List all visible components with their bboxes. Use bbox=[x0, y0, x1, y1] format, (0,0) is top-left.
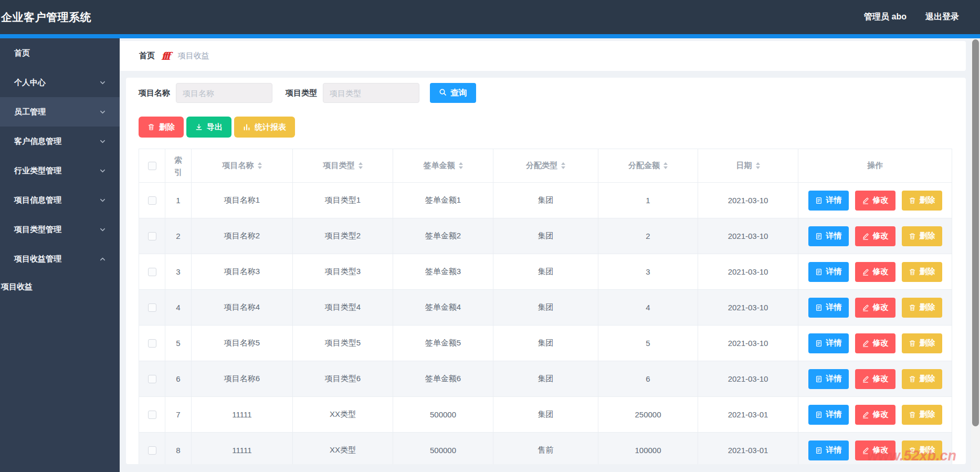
delete-row-button[interactable]: 删除 bbox=[902, 298, 942, 318]
row-actions-cell: 详情修改删除 bbox=[798, 397, 952, 433]
sidebar-item-5[interactable]: 行业类型管理 bbox=[0, 156, 120, 185]
row-actions-cell: 详情修改删除 bbox=[798, 183, 952, 218]
edit-button[interactable]: 修改 bbox=[855, 298, 895, 318]
sidebar-item-label: 项目类型管理 bbox=[14, 225, 61, 235]
row-checkbox-cell bbox=[139, 433, 165, 465]
breadcrumb-home-link[interactable]: 首页 bbox=[139, 51, 155, 61]
row-checkbox[interactable] bbox=[148, 411, 156, 419]
row-checkbox-cell bbox=[139, 254, 165, 290]
button-label: 修改 bbox=[873, 445, 889, 455]
cell-date: 2021-03-01 bbox=[698, 397, 798, 433]
delete-button[interactable]: 删除 bbox=[139, 117, 184, 138]
delete-row-button[interactable]: 删除 bbox=[902, 440, 942, 460]
column-header[interactable]: 签单金额 bbox=[393, 149, 493, 183]
row-checkbox[interactable] bbox=[148, 446, 156, 455]
sidebar-item-7[interactable]: 项目类型管理 bbox=[0, 215, 120, 244]
sort-caret-icon[interactable] bbox=[561, 162, 565, 169]
data-table: 索引项目名称项目类型签单金额分配类型分配金额日期操作 1项目名称1项目类型1签单… bbox=[139, 149, 952, 464]
search-button[interactable]: 查询 bbox=[430, 83, 476, 103]
row-checkbox[interactable] bbox=[148, 339, 156, 348]
cell-date: 2021-03-10 bbox=[698, 326, 798, 361]
cell-alloc_type: 集团 bbox=[493, 218, 598, 254]
sort-caret-icon[interactable] bbox=[663, 162, 668, 169]
scrollbar-thumb[interactable] bbox=[972, 39, 979, 426]
table-row: 4项目名称4项目类型4签单金额4集团42021-03-10详情修改删除 bbox=[139, 290, 952, 326]
column-header[interactable]: 日期 bbox=[698, 149, 798, 183]
delete-row-button[interactable]: 删除 bbox=[902, 262, 942, 282]
detail-button[interactable]: 详情 bbox=[808, 333, 849, 353]
cell-type: 项目类型3 bbox=[293, 254, 393, 290]
trash-icon bbox=[909, 375, 916, 383]
sort-caret-icon[interactable] bbox=[258, 162, 262, 169]
delete-row-button[interactable]: 删除 bbox=[902, 333, 942, 353]
column-header[interactable]: 分配类型 bbox=[493, 149, 598, 183]
sidebar-item-6[interactable]: 项目信息管理 bbox=[0, 185, 120, 215]
select-all-checkbox[interactable] bbox=[148, 162, 156, 170]
edit-button[interactable]: 修改 bbox=[855, 191, 895, 211]
cell-sign_amount: 签单金额6 bbox=[393, 361, 493, 397]
row-checkbox[interactable] bbox=[148, 375, 156, 383]
sidebar-item-label: 首页 bbox=[14, 48, 30, 58]
edit-button[interactable]: 修改 bbox=[855, 333, 895, 353]
top-right-menu: 管理员 abo 退出登录 bbox=[864, 12, 959, 23]
sidebar-subitem-project-income[interactable]: 项目收益 bbox=[0, 274, 120, 300]
top-bar: 企业客户管理系统 管理员 abo 退出登录 bbox=[0, 0, 980, 34]
delete-row-button[interactable]: 删除 bbox=[902, 369, 942, 389]
current-user[interactable]: 管理员 abo bbox=[864, 12, 907, 23]
cell-index: 6 bbox=[165, 361, 192, 397]
edit-button[interactable]: 修改 bbox=[855, 405, 895, 425]
sort-caret-icon[interactable] bbox=[459, 162, 463, 169]
sidebar-item-3[interactable]: 员工管理 bbox=[0, 97, 120, 127]
project-type-input[interactable] bbox=[323, 83, 419, 103]
chevron-down-icon bbox=[99, 167, 106, 174]
detail-button[interactable]: 详情 bbox=[808, 298, 849, 318]
detail-button[interactable]: 详情 bbox=[808, 440, 849, 460]
column-header-label: 项目类型 bbox=[323, 161, 355, 171]
row-checkbox[interactable] bbox=[148, 232, 156, 240]
column-header[interactable]: 项目名称 bbox=[192, 149, 293, 183]
cell-name: 项目名称4 bbox=[192, 290, 293, 326]
column-header[interactable]: 分配金额 bbox=[598, 149, 698, 183]
delete-row-button[interactable]: 删除 bbox=[902, 191, 942, 211]
cell-date: 2021-03-10 bbox=[698, 290, 798, 326]
edit-button[interactable]: 修改 bbox=[855, 440, 895, 460]
sidebar-item-1[interactable]: 首页 bbox=[0, 38, 120, 68]
chevron-up-icon bbox=[99, 256, 106, 263]
button-label: 删除 bbox=[920, 410, 935, 419]
main-area: 首页 fff 项目收益 项目名称 项目类型 查询 删除导出统计报表 bbox=[120, 38, 980, 472]
detail-button[interactable]: 详情 bbox=[808, 191, 849, 211]
row-checkbox[interactable] bbox=[148, 268, 156, 276]
table-row: 2项目名称2项目类型2签单金额2集团22021-03-10详情修改删除 bbox=[139, 218, 952, 254]
sidebar-item-4[interactable]: 客户信息管理 bbox=[0, 127, 120, 156]
breadcrumb-separator-icon: fff bbox=[161, 50, 171, 62]
pencil-icon bbox=[862, 268, 869, 276]
detail-button[interactable]: 详情 bbox=[808, 369, 849, 389]
logout-link[interactable]: 退出登录 bbox=[925, 12, 959, 23]
cell-type: XX类型 bbox=[293, 397, 393, 433]
delete-row-button[interactable]: 删除 bbox=[902, 226, 942, 246]
edit-button[interactable]: 修改 bbox=[855, 226, 895, 246]
vertical-scrollbar[interactable] bbox=[971, 38, 980, 472]
sidebar-item-8[interactable]: 项目收益管理 bbox=[0, 244, 120, 274]
delete-row-button[interactable]: 删除 bbox=[902, 405, 942, 425]
sidebar-item-label: 个人中心 bbox=[14, 78, 46, 88]
project-name-input[interactable] bbox=[176, 83, 272, 103]
export-button[interactable]: 导出 bbox=[186, 117, 231, 138]
report-button[interactable]: 统计报表 bbox=[234, 117, 295, 138]
cell-alloc_type: 集团 bbox=[493, 290, 598, 326]
row-actions-cell: 详情修改删除 bbox=[798, 254, 952, 290]
column-header[interactable]: 项目类型 bbox=[293, 149, 393, 183]
sidebar: 首页个人中心员工管理客户信息管理行业类型管理项目信息管理项目类型管理项目收益管理… bbox=[0, 38, 120, 472]
detail-button[interactable]: 详情 bbox=[808, 405, 849, 425]
row-checkbox[interactable] bbox=[148, 303, 156, 312]
button-label: 详情 bbox=[826, 374, 842, 384]
sidebar-item-2[interactable]: 个人中心 bbox=[0, 68, 120, 97]
edit-button[interactable]: 修改 bbox=[855, 369, 895, 389]
row-checkbox[interactable] bbox=[148, 196, 156, 205]
sort-caret-icon[interactable] bbox=[756, 162, 760, 169]
detail-button[interactable]: 详情 bbox=[808, 262, 849, 282]
button-label: 删除 bbox=[920, 267, 935, 277]
detail-button[interactable]: 详情 bbox=[808, 226, 849, 246]
edit-button[interactable]: 修改 bbox=[855, 262, 895, 282]
sort-caret-icon[interactable] bbox=[359, 162, 363, 169]
